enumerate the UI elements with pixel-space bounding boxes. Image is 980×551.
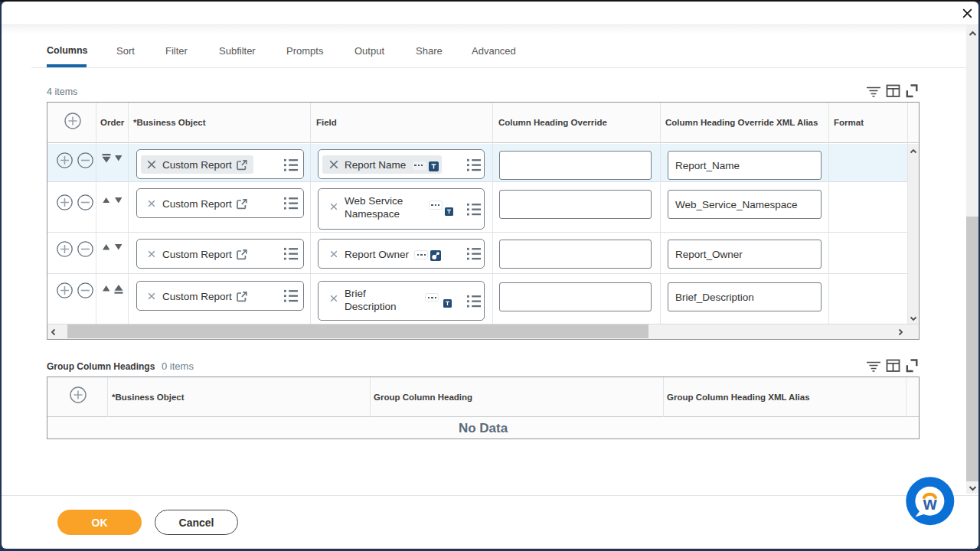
svg-text:w: w <box>923 494 937 514</box>
